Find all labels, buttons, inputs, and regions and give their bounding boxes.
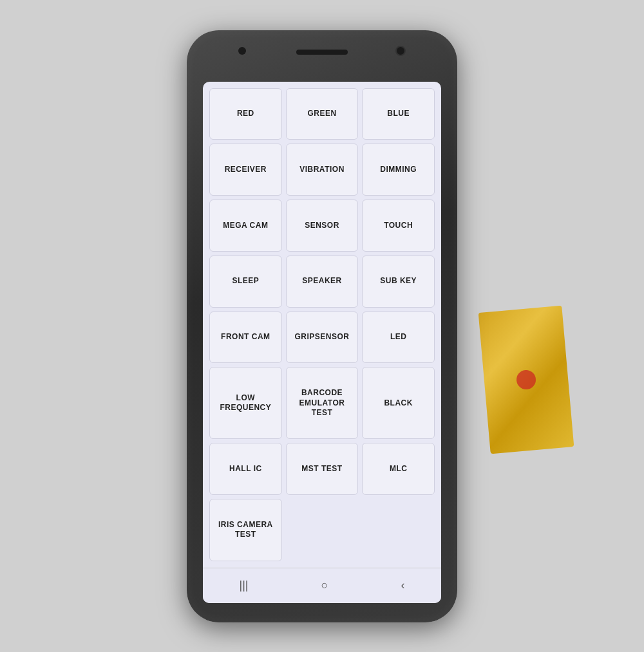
phone-top (187, 30, 457, 82)
test-button-red[interactable]: RED (209, 88, 282, 140)
test-button-dimming[interactable]: DIMMING (362, 144, 435, 196)
test-grid: REDGREENBLUERECEIVERVIBRATIONDIMMINGMEGA… (203, 82, 441, 568)
test-button-front-cam[interactable]: FRONT CAM (209, 312, 282, 364)
back-icon[interactable]: ‹ (401, 579, 404, 592)
test-button-sleep[interactable]: SLEEP (209, 256, 282, 308)
speaker-grille (296, 50, 348, 55)
test-button-gripsensor[interactable]: GRIPSENSOR (286, 312, 359, 364)
test-button-receiver[interactable]: RECEIVER (209, 144, 282, 196)
screen: REDGREENBLUERECEIVERVIBRATIONDIMMINGMEGA… (203, 82, 441, 603)
test-button-vibration[interactable]: VIBRATION (286, 144, 359, 196)
phone-body: REDGREENBLUERECEIVERVIBRATIONDIMMINGMEGA… (187, 30, 457, 622)
front-camera-icon (395, 46, 406, 56)
scene: REDGREENBLUERECEIVERVIBRATIONDIMMINGMEGA… (0, 0, 644, 652)
test-button-black[interactable]: BLACK (362, 367, 435, 439)
ribbon-cable (478, 306, 574, 454)
recent-apps-icon[interactable]: ||| (240, 579, 249, 592)
test-button-blue[interactable]: BLUE (362, 88, 435, 140)
test-button-mega-cam[interactable]: MEGA CAM (209, 200, 282, 252)
test-button-hall-ic[interactable]: HALL IC (209, 443, 282, 495)
test-button-touch[interactable]: TOUCH (362, 200, 435, 252)
front-sensor-icon (238, 47, 246, 55)
test-button-barcode-emulator-test[interactable]: BARCODE EMULATOR TEST (286, 367, 359, 439)
phone-bottom (187, 603, 457, 622)
test-button-mlc[interactable]: MLC (362, 443, 435, 495)
home-icon[interactable]: ○ (321, 579, 328, 592)
test-button-low-frequency[interactable]: LOW FREQUENCY (209, 367, 282, 439)
test-button-green[interactable]: GREEN (286, 88, 359, 140)
test-button-sub-key[interactable]: SUB KEY (362, 256, 435, 308)
test-button-iris-camera-test[interactable]: IRIS CAMERA TEST (209, 499, 282, 561)
test-button-mst-test[interactable]: MST TEST (286, 443, 359, 495)
test-button-speaker[interactable]: SPEAKER (286, 256, 359, 308)
test-button-led[interactable]: LED (362, 312, 435, 364)
nav-bar: ||| ○ ‹ (203, 568, 441, 603)
test-button-sensor[interactable]: SENSOR (286, 200, 359, 252)
